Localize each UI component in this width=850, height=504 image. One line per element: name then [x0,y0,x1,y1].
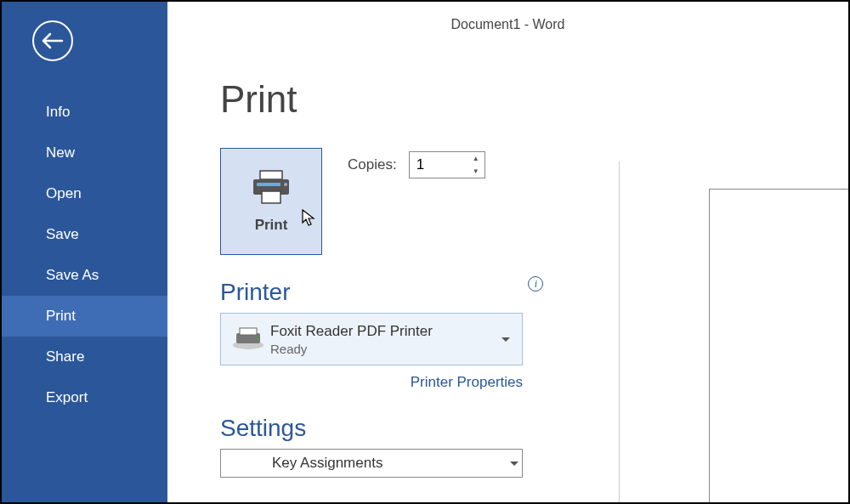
settings-dropdown[interactable]: Key Assignments [220,449,523,478]
svg-rect-2 [257,183,280,186]
copies-value[interactable]: 1 [410,152,468,178]
print-button-label: Print [255,217,288,234]
nav-label: Export [46,389,88,405]
back-button[interactable] [32,20,73,61]
sidebar-item-print[interactable]: Print [2,296,167,337]
chevron-down-icon [502,337,510,342]
cursor-icon [301,208,316,227]
copies-input[interactable]: 1 ▲ ▼ [409,151,485,178]
svg-rect-4 [262,191,280,203]
chevron-down-icon [510,462,518,466]
settings-selected: Key Assignments [272,455,510,472]
spinner-down-icon[interactable]: ▼ [468,165,484,178]
sidebar-item-info[interactable]: Info [2,92,167,133]
sidebar-item-save[interactable]: Save [2,214,167,255]
sidebar-item-share[interactable]: Share [2,337,167,377]
sidebar-item-open[interactable]: Open [2,173,167,214]
nav-label: Info [46,104,70,120]
printer-status: Ready [270,342,502,356]
copies-spinner: ▲ ▼ [468,152,484,178]
copies-label: Copies: [348,156,397,173]
printer-icon [250,169,292,205]
window-title: Document1 - Word [167,2,848,32]
nav-label: Share [46,348,84,365]
svg-rect-7 [240,328,257,335]
preview-panel [619,87,848,502]
arrow-left-icon [42,32,64,49]
printer-name: Foxit Reader PDF Printer [270,323,502,340]
printer-selected-icon [230,326,267,352]
svg-point-8 [256,337,258,339]
printer-heading: Printer [220,279,290,306]
printer-properties-link[interactable]: Printer Properties [220,374,523,391]
preview-page [709,189,850,503]
print-button[interactable]: Print [220,148,322,255]
svg-point-3 [284,183,287,186]
nav-label: Save [46,226,79,242]
printer-dropdown[interactable]: Foxit Reader PDF Printer Ready [220,313,523,365]
nav-label: Print [46,308,76,324]
svg-rect-0 [260,171,282,179]
sidebar-item-save-as[interactable]: Save As [2,255,167,296]
sidebar-item-new[interactable]: New [2,133,167,173]
sidebar-item-export[interactable]: Export [2,377,167,418]
nav-label: Save As [46,267,99,283]
copies-group: Copies: 1 ▲ ▼ [348,151,485,178]
nav-label: New [46,144,75,161]
main-panel: Document1 - Word Print Print Copies: 1 ▲ [167,2,848,502]
spinner-up-icon[interactable]: ▲ [468,152,484,165]
nav-label: Open [46,185,82,201]
backstage-sidebar: Info New Open Save Save As Print Share E… [2,2,167,502]
info-icon[interactable]: i [528,276,543,292]
